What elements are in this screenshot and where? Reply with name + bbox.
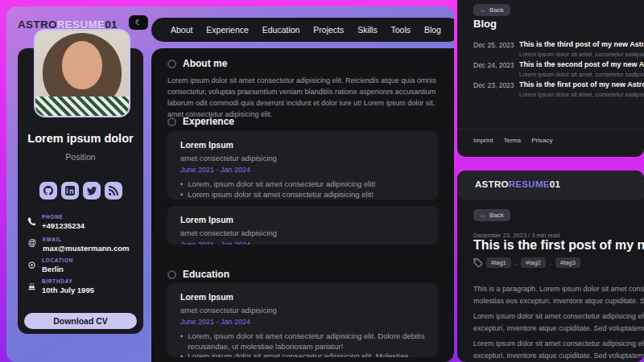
entry-period: June 2021 - Jan 2024	[180, 166, 425, 175]
contact-value: +491235234	[42, 221, 85, 230]
entry-subtitle: amet consectetur adipisicing	[180, 228, 425, 238]
entry-bullet: •Lorem ipsum dolor sit amet consectetur …	[180, 190, 425, 200]
experience-heading: Experience	[167, 116, 234, 127]
bullet-icon: •	[180, 352, 183, 357]
entry-subtitle: amet consectetur adipisicing	[180, 306, 425, 315]
tag-badge[interactable]: #tag2	[521, 257, 546, 268]
section-ring-icon	[167, 270, 176, 279]
tag-separator: ,	[550, 259, 551, 266]
nav-item-skills[interactable]: Skills	[357, 25, 378, 35]
about-text: Lorem ipsum dolor sit amet consectetur a…	[167, 76, 443, 121]
blog-list-screenshot: ← Back Blog Dec 25, 2023 This is the thi…	[457, 0, 644, 157]
section-ring-icon	[167, 117, 176, 126]
contact-value: 10th July 1995	[42, 286, 94, 294]
contact-email: @ EMAIL max@mustermann.com	[27, 237, 137, 253]
post-title-link[interactable]: This is the first post of my new Astro b…	[519, 80, 644, 88]
logo-text-resume: RESUME	[509, 179, 550, 189]
post-title-link[interactable]: This is the second post of my new Astro …	[519, 60, 644, 68]
github-link[interactable]	[39, 182, 57, 200]
experience-entry: Lorem Ipsum amet consectetur adipisicing…	[167, 206, 438, 245]
avatar-face	[62, 41, 102, 89]
nav-item-tools[interactable]: Tools	[391, 25, 411, 35]
nav-item-experience[interactable]: Experience	[206, 25, 249, 35]
post-title-link[interactable]: This is the third post of my new Astro b…	[519, 40, 644, 48]
footer-link-privacy[interactable]: Privacy	[531, 137, 552, 144]
entry-bullet: •Lorem ipsum dolor sit amet consectetur …	[180, 352, 425, 357]
post-title: This is the first post of my new Astro b…	[473, 238, 644, 253]
nav-item-projects[interactable]: Projects	[313, 25, 344, 35]
site-logo[interactable]: ASTRORESUME01	[475, 179, 560, 189]
back-button[interactable]: ← Back	[473, 4, 510, 16]
bullet-text: Lorem ipsum dolor sit amet consectetur a…	[188, 190, 374, 200]
bullet-text: Lorem ipsum dolor sit amet consectetur a…	[188, 352, 425, 357]
section-ring-icon	[167, 60, 176, 68]
about-heading: About me	[167, 58, 227, 69]
footer-divider	[457, 129, 644, 130]
contact-label: EMAIL	[43, 237, 129, 242]
paragraph-line: Lorem ipsum dolor sit amet consectetur a…	[473, 311, 644, 323]
nav-item-education[interactable]: Education	[262, 25, 300, 35]
rss-link[interactable]	[105, 182, 122, 200]
entry-period: June 2021 - Jan 2024	[180, 241, 425, 245]
post-excerpt: Lorem ipsum dolor sit amet, consetetur s…	[519, 51, 644, 58]
footer-link-imprint[interactable]: Imprint	[473, 137, 493, 144]
bullet-text: Lorem, ipsum dolor sit amet consectetur …	[188, 179, 375, 190]
contact-phone: PHONE +491235234	[27, 214, 137, 230]
logo-text-num: 01	[550, 179, 560, 189]
social-links	[18, 182, 143, 200]
nav-item-blog[interactable]: Blog	[424, 25, 441, 35]
tag-separator: ,	[515, 259, 517, 266]
post-excerpt: Lorem ipsum dolor sit amet, consetetur s…	[519, 71, 644, 78]
profile-position: Position	[18, 152, 143, 162]
contact-label: LOCATION	[42, 257, 73, 263]
post-paragraph: Lorem ipsum dolor sit amet consectetur a…	[473, 311, 644, 335]
blog-post-header-bar: ASTRORESUME01	[457, 171, 644, 200]
tag-badge[interactable]: #tag3	[555, 257, 580, 268]
email-icon: @	[27, 238, 37, 247]
entry-bullet: •Lorem, ipsum dolor sit amet consectetur…	[180, 331, 425, 352]
avatar-shirt	[35, 97, 129, 116]
blog-post-row: Dec 24, 2023 This is the second post of …	[473, 60, 644, 78]
education-entry: Lorem Ipsum amet consectetur adipisicing…	[167, 283, 438, 357]
experience-entry: Lorem Ipsum amet consectetur adipisicing…	[167, 131, 438, 200]
tag-icon	[473, 258, 482, 267]
entry-title: Lorem Ipsum	[180, 140, 425, 150]
post-date: Dec 24, 2023	[473, 60, 519, 78]
moon-icon: ☾	[135, 19, 142, 27]
tag-badge[interactable]: #tag1	[486, 257, 511, 268]
post-tags: #tag1 , #tag2 , #tag3	[473, 257, 580, 268]
entry-period: June 2021 - Jan 2024	[180, 318, 425, 327]
entry-title: Lorem Ipsum	[180, 215, 425, 225]
blog-page-title: Blog	[473, 18, 497, 30]
main-nav: About Experience Education Projects Skil…	[151, 18, 454, 42]
blog-post-screenshot: ASTRORESUME01 ← Back December 23, 2023 /…	[457, 171, 644, 362]
entry-title: Lorem Ipsum	[180, 292, 425, 302]
back-button[interactable]: ← Back	[473, 209, 510, 221]
contact-value: max@mustermann.com	[43, 244, 129, 253]
post-date: Dec 23, 2023	[473, 80, 519, 98]
contact-birthday: BIRTHDAY 10th July 1995	[27, 278, 137, 294]
nav-item-about[interactable]: About	[171, 25, 192, 35]
download-cv-button[interactable]: Download CV	[24, 313, 137, 329]
contact-label: BIRTHDAY	[42, 278, 94, 284]
experience-heading-label: Experience	[183, 116, 234, 127]
footer-links: Imprint Terms Privacy	[473, 137, 552, 144]
phone-icon	[27, 217, 36, 226]
paragraph-line: molestias eos excepturi, inventore atque…	[473, 295, 644, 307]
twitter-link[interactable]	[83, 182, 101, 200]
paragraph-line: This is a paragraph. Lorem ipsum dolor s…	[473, 283, 644, 295]
linkedin-link[interactable]	[61, 182, 79, 200]
linkedin-icon	[65, 186, 75, 195]
rss-icon	[109, 186, 118, 195]
bullet-icon: •	[180, 331, 183, 352]
footer-link-terms[interactable]: Terms	[503, 137, 521, 144]
entry-subtitle: amet consectetur adipisicing	[180, 154, 425, 163]
contact-location: LOCATION Berlin	[27, 257, 137, 274]
profile-photo	[34, 29, 130, 117]
profile-name: Lorem ipsum dolor	[18, 132, 143, 145]
theme-toggle-button[interactable]: ☾	[129, 15, 148, 30]
bullet-icon: •	[180, 179, 183, 190]
blog-post-row: Dec 25, 2023 This is the third post of m…	[473, 40, 644, 58]
logo-text-astro: ASTRO	[475, 179, 509, 189]
birthday-cake-icon	[27, 282, 36, 290]
